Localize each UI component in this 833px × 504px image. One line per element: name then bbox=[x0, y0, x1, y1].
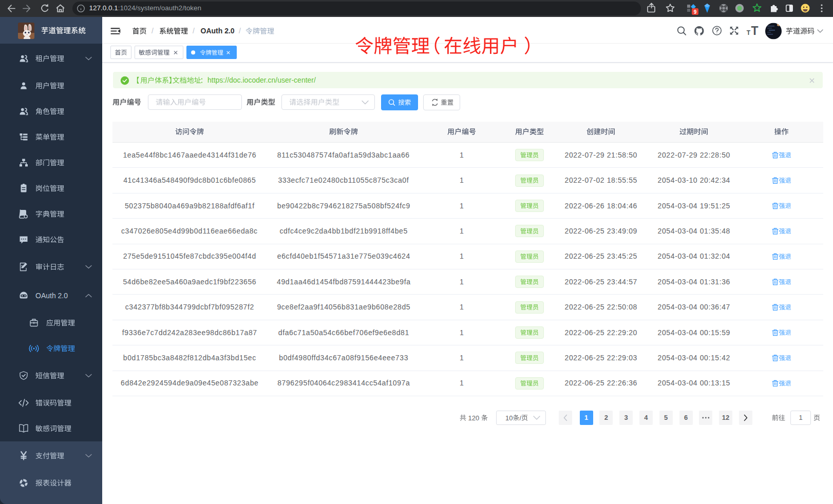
svg-text:120: 120 bbox=[468, 414, 480, 422]
